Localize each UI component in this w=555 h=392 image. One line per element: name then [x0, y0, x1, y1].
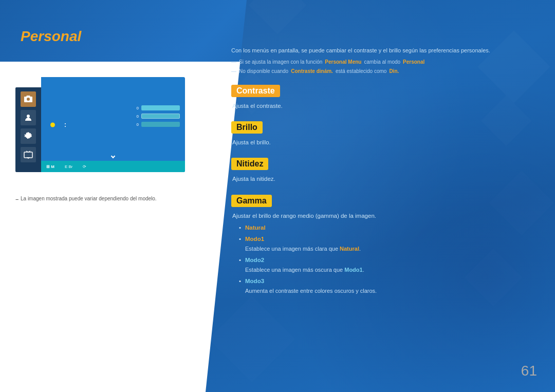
- monitor-icon-person: [21, 110, 36, 125]
- gamma-section: Gamma Ajustar el brillo de rango medio (…: [231, 186, 514, 296]
- nitidez-body: Ajusta la nitidez.: [231, 174, 514, 183]
- list-item-modo3: Modo3 Aumenta el contraste entre colores…: [239, 276, 514, 295]
- monitor-icon-camera: [21, 91, 36, 107]
- svg-rect-1: [24, 152, 32, 158]
- brillo-body: Ajusta el brillo.: [231, 138, 514, 147]
- status-bar: ⊞ M E Br ⟳: [41, 161, 185, 172]
- right-content: Con los menús en pantalla, se puede camb…: [221, 46, 524, 297]
- brillo-section: Brillo Ajusta el brillo.: [231, 113, 514, 147]
- svg-point-0: [27, 115, 30, 118]
- contraste-heading: Contraste: [231, 85, 280, 97]
- gamma-heading: Gamma: [231, 195, 272, 207]
- monitor-icon-tv: [21, 147, 36, 162]
- contraste-section: Contraste Ajusta el contraste.: [231, 77, 514, 110]
- brillo-heading: Brillo: [231, 121, 263, 134]
- monitor-icon-gear: [21, 128, 36, 144]
- list-item-modo2: Modo2 Establece una imagen más oscura qu…: [239, 255, 514, 274]
- contraste-body: Ajusta el contraste.: [231, 101, 514, 110]
- list-item-modo1: Modo1 Establece una imagen más clara que…: [239, 234, 514, 253]
- note-1: Si se ajusta la imagen con la función Pe…: [231, 58, 514, 66]
- page-number: 61: [521, 363, 537, 379]
- footnote: ‒ La imagen mostrada puede variar depend…: [15, 196, 157, 202]
- page-title: Personal: [21, 28, 81, 45]
- yellow-indicator: [50, 122, 55, 127]
- nitidez-heading: Nitidez: [231, 158, 268, 170]
- menu-bars: 0 0 0: [137, 105, 180, 127]
- intro-paragraph: Con los menús en pantalla, se puede camb…: [231, 46, 514, 55]
- gamma-list: Natural Modo1 Establece una imagen más c…: [231, 223, 514, 295]
- monitor-illustration: : 0 0 0: [15, 77, 200, 180]
- note-2: No disponible cuando Contraste dinám. es…: [231, 67, 514, 75]
- list-item-natural: Natural: [239, 223, 514, 232]
- nitidez-section: Nitidez Ajusta la nitidez.: [231, 150, 514, 183]
- gamma-body: Ajustar el brillo de rango medio (gamma)…: [231, 211, 514, 220]
